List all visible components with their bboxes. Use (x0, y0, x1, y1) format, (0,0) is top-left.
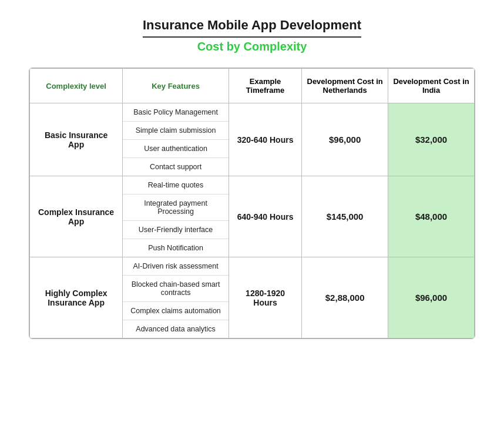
feature-item: Advanced data analytics (123, 320, 229, 338)
complexity-cell-2: Highly Complex Insurance App (30, 257, 123, 338)
feature-item: Contact support (123, 158, 229, 176)
complexity-cell-0: Basic Insurance App (30, 103, 123, 176)
table-row: Basic Insurance AppBasic Policy Manageme… (30, 103, 475, 176)
main-title: Insurance Mobile App Development (143, 18, 361, 38)
features-cell-0: Basic Policy ManagementSimple claim subm… (123, 103, 229, 176)
feature-item: Blocked chain-based smart contracts (123, 276, 229, 302)
feature-item: Basic Policy Management (123, 103, 229, 122)
feature-item: Simple claim submission (123, 122, 229, 140)
feature-item: User-Friendly interface (123, 221, 229, 239)
header-complexity: Complexity level (30, 69, 123, 103)
feature-item: Integrated payment Processing (123, 194, 229, 221)
netherlands-cell-1: $145,000 (302, 176, 388, 257)
features-cell-1: Real-time quotesIntegrated payment Proce… (123, 176, 229, 257)
feature-item: Real-time quotes (123, 176, 229, 194)
timeframe-cell-2: 1280-1920 Hours (229, 257, 301, 338)
timeframe-cell-0: 320-640 Hours (229, 103, 301, 176)
netherlands-cell-2: $2,88,000 (302, 257, 388, 338)
header-features: Key Features (123, 69, 229, 103)
timeframe-cell-1: 640-940 Hours (229, 176, 301, 257)
features-cell-2: AI-Driven risk assessmentBlocked chain-b… (123, 257, 229, 338)
feature-item: Push Notification (123, 239, 229, 257)
header-india: Development Cost in India (388, 69, 475, 103)
india-cell-2: $96,000 (388, 257, 475, 338)
header-netherlands: Development Cost in Netherlands (302, 69, 388, 103)
india-cell-0: $32,000 (388, 103, 475, 176)
sub-title: Cost by Complexity (197, 40, 307, 53)
india-cell-1: $48,000 (388, 176, 475, 257)
cost-table-wrapper: Complexity level Key Features Example Ti… (29, 68, 475, 339)
table-row: Complex Insurance AppReal-time quotesInt… (30, 176, 475, 257)
feature-item: AI-Driven risk assessment (123, 257, 229, 276)
header-timeframe: Example Timeframe (229, 69, 301, 103)
complexity-cell-1: Complex Insurance App (30, 176, 123, 257)
table-row: Highly Complex Insurance AppAI-Driven ri… (30, 257, 475, 338)
cost-table: Complexity level Key Features Example Ti… (29, 68, 475, 338)
table-header-row: Complexity level Key Features Example Ti… (30, 69, 475, 103)
netherlands-cell-0: $96,000 (302, 103, 388, 176)
feature-item: User authentication (123, 140, 229, 158)
feature-item: Complex claims automation (123, 302, 229, 320)
